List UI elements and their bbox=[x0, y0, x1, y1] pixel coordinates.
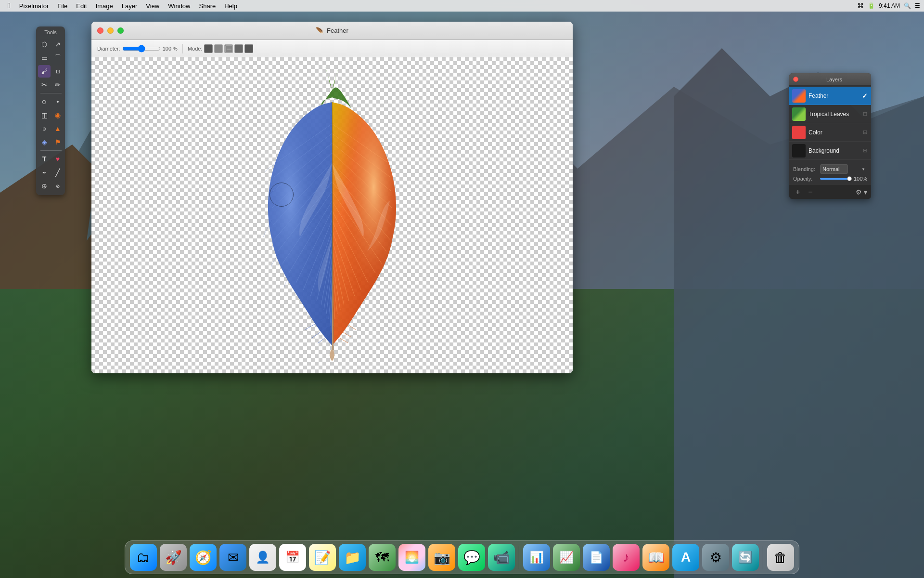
feather-svg bbox=[248, 66, 416, 365]
toolbar-mode-label: Mode: bbox=[188, 46, 203, 52]
tools-panel: Tools ⬡ ↗ ▭ ⌒ 🖌 ⊡ ✂ ✏ ○ ✦ ◫ ◉ ⊙ ▲ ◈ ⚑ T … bbox=[36, 26, 65, 195]
dock-app-numbers[interactable]: 📈 bbox=[553, 544, 580, 571]
menu-view[interactable]: View bbox=[142, 1, 163, 11]
layer-item-feather[interactable]: Feather ✓ bbox=[789, 87, 871, 105]
tool-dodge[interactable]: ○ bbox=[38, 95, 51, 108]
tool-eyedropper2[interactable]: ⊘ bbox=[51, 180, 64, 192]
tool-burn[interactable]: ▲ bbox=[51, 122, 64, 135]
layer-add-btn[interactable]: + bbox=[793, 187, 803, 197]
tool-heart[interactable]: ♥ bbox=[51, 153, 64, 165]
layer-name-feather: Feather bbox=[808, 92, 859, 99]
dock-app-itunes[interactable]: ♪ bbox=[613, 544, 640, 571]
tool-paintbrush[interactable]: 🖌 bbox=[38, 65, 51, 78]
menu-window[interactable]: Window bbox=[164, 1, 194, 11]
layer-remove-btn[interactable]: − bbox=[806, 187, 815, 197]
window-maximize-btn[interactable] bbox=[117, 27, 124, 34]
toolbar-diameter-label: Diameter: bbox=[97, 46, 120, 52]
tool-clone[interactable]: ⚑ bbox=[51, 136, 64, 148]
menu-pixelmator[interactable]: Pixelmator bbox=[15, 1, 52, 11]
layer-visibility-feather[interactable]: ✓ bbox=[861, 92, 868, 99]
tool-pencil[interactable]: ✏ bbox=[51, 79, 64, 91]
menu-image[interactable]: Image bbox=[92, 1, 117, 11]
dock-app-launchpad[interactable]: 🚀 bbox=[160, 544, 187, 571]
dock-separator bbox=[519, 546, 519, 569]
menu-share[interactable]: Share bbox=[195, 1, 220, 11]
window-minimize-btn[interactable] bbox=[107, 27, 114, 34]
dock-app-notes[interactable]: 📝 bbox=[309, 544, 336, 571]
tool-text[interactable]: T bbox=[38, 153, 51, 165]
clock: 9:41 AM bbox=[879, 2, 900, 9]
layer-settings-btn[interactable]: ⚙ ▾ bbox=[856, 188, 867, 196]
tools-divider-1 bbox=[40, 93, 61, 93]
dock-app-migration[interactable]: 🔄 bbox=[732, 544, 759, 571]
layers-controls: Blending: Normal Multiply Screen Overlay… bbox=[789, 161, 871, 184]
menu-file[interactable]: File bbox=[53, 1, 71, 11]
tool-select-arrow[interactable]: ⬡ bbox=[38, 38, 51, 51]
tool-rect-select[interactable]: ▭ bbox=[38, 52, 51, 64]
menu-edit[interactable]: Edit bbox=[72, 1, 90, 11]
dock-separator-2 bbox=[763, 546, 763, 569]
tool-smudge[interactable]: ⊙ bbox=[38, 122, 51, 135]
layer-item-color[interactable]: Color ⊟ bbox=[789, 123, 871, 142]
notification-icon[interactable]: ☰ bbox=[915, 2, 920, 9]
layers-panel: Layers Feather ✓ Tropical Leaves ⊟ Color… bbox=[789, 73, 871, 199]
dock-app-calendar[interactable]: 📅 bbox=[279, 544, 306, 571]
tool-zoom[interactable]: ⊕ bbox=[38, 180, 51, 192]
tool-fill[interactable]: ◉ bbox=[51, 109, 64, 121]
tool-crop[interactable]: ✂ bbox=[38, 79, 51, 91]
opacity-value: 100% bbox=[854, 176, 867, 182]
diameter-value: 100 % bbox=[163, 46, 178, 52]
dock-app-appstore[interactable]: A bbox=[672, 544, 699, 571]
dock-app-pages[interactable]: 📄 bbox=[583, 544, 610, 571]
tool-lasso[interactable]: ⌒ bbox=[51, 52, 64, 64]
layers-close-btn[interactable] bbox=[793, 77, 798, 82]
dock-app-iphoto[interactable]: 📷 bbox=[428, 544, 455, 571]
dock-app-keynote[interactable]: 📊 bbox=[523, 544, 550, 571]
tool-transform[interactable]: ↗ bbox=[51, 38, 64, 51]
dock-app-ibooks[interactable]: 📖 bbox=[642, 544, 669, 571]
tool-heal[interactable]: ✦ bbox=[51, 95, 64, 108]
dock-app-messages[interactable]: 💬 bbox=[458, 544, 485, 571]
toolbar-brush-size[interactable]: Diameter: 100 % bbox=[95, 44, 180, 53]
diameter-slider[interactable] bbox=[122, 45, 161, 52]
tool-gradient[interactable]: ◫ bbox=[38, 109, 51, 121]
mode-btn-3[interactable] bbox=[224, 44, 233, 53]
layer-item-tropical[interactable]: Tropical Leaves ⊟ bbox=[789, 105, 871, 123]
search-icon[interactable]: 🔍 bbox=[904, 2, 911, 9]
blend-select[interactable]: Normal Multiply Screen Overlay Darken Li… bbox=[820, 164, 848, 174]
tool-pen[interactable]: ✒ bbox=[38, 166, 51, 179]
layer-visibility-background[interactable]: ⊟ bbox=[861, 147, 868, 154]
dock-app-files[interactable]: 📁 bbox=[339, 544, 366, 571]
layer-name-tropical: Tropical Leaves bbox=[808, 111, 859, 118]
layers-titlebar: Layers bbox=[789, 73, 871, 86]
tool-line[interactable]: ╱ bbox=[51, 166, 64, 179]
canvas-area[interactable] bbox=[91, 57, 573, 373]
mode-btn-5[interactable] bbox=[244, 44, 253, 53]
dock-app-facetime[interactable]: 📹 bbox=[488, 544, 515, 571]
dock: 🗂 🚀 🧭 ✉ 👤 📅 📝 📁 🗺 🌅 📷 💬 📹 📊 📈 📄 ♪ 📖 A ⚙ … bbox=[125, 540, 799, 574]
opacity-slider[interactable] bbox=[820, 178, 851, 180]
opacity-slider-thumb bbox=[847, 176, 852, 181]
dock-app-sysprefs[interactable]: ⚙ bbox=[702, 544, 729, 571]
dock-app-mail[interactable]: ✉ bbox=[219, 544, 246, 571]
dock-app-trash[interactable]: 🗑 bbox=[767, 544, 794, 571]
layer-visibility-color[interactable]: ⊟ bbox=[861, 129, 868, 136]
mode-btn-1[interactable] bbox=[204, 44, 213, 53]
layer-item-background[interactable]: Background ⊟ bbox=[789, 142, 871, 160]
menu-help[interactable]: Help bbox=[220, 1, 241, 11]
dock-app-safari[interactable]: 🧭 bbox=[190, 544, 217, 571]
dock-app-photos[interactable]: 🌅 bbox=[398, 544, 425, 571]
dock-app-finder[interactable]: 🗂 bbox=[130, 544, 157, 571]
mode-btn-2[interactable] bbox=[214, 44, 223, 53]
dock-app-maps[interactable]: 🗺 bbox=[369, 544, 396, 571]
apple-menu[interactable]:  bbox=[4, 0, 14, 11]
menu-layer[interactable]: Layer bbox=[118, 1, 141, 11]
toolbar-mode: Mode: bbox=[186, 43, 256, 54]
window-close-btn[interactable] bbox=[97, 27, 103, 34]
tool-eyedropper[interactable]: ◈ bbox=[38, 136, 51, 148]
dock-app-contacts[interactable]: 👤 bbox=[249, 544, 276, 571]
tool-eraser[interactable]: ⊡ bbox=[51, 65, 64, 78]
layer-thumb-background bbox=[792, 144, 806, 158]
layer-visibility-tropical[interactable]: ⊟ bbox=[861, 111, 868, 118]
mode-btn-4[interactable] bbox=[234, 44, 243, 53]
